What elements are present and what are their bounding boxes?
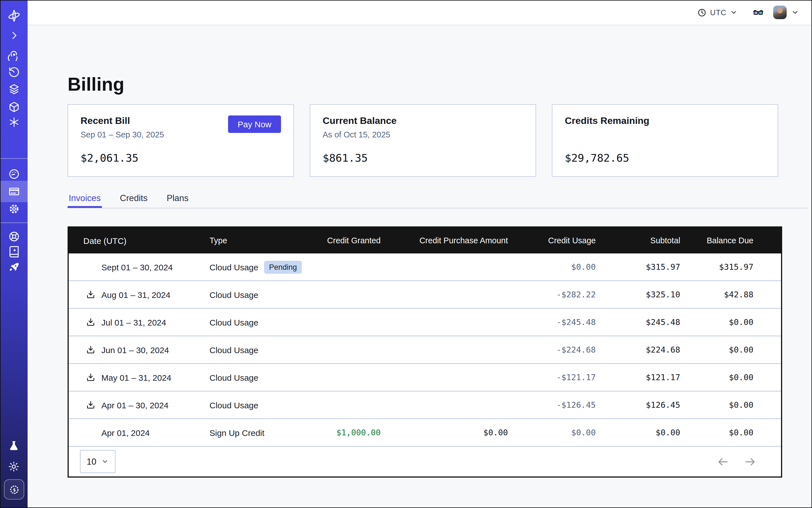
sidebar-item-labs-flask[interactable] [0,437,28,455]
tab-credits[interactable]: Credits [119,193,149,208]
card-title: Credits Remaining [565,116,649,127]
timezone-dropdown[interactable]: UTC [697,8,738,17]
invoice-type: Cloud Usage [210,318,258,327]
invoice-date: Apr 01 – 30, 2024 [101,400,169,410]
billing-tabs: Invoices Credits Plans [68,193,808,208]
balance-due-value: $0.00 [680,318,754,327]
tab-plans[interactable]: Plans [166,193,190,208]
card-subtitle: As of Oct 15, 2025 [323,130,390,139]
next-page-button[interactable] [744,455,756,468]
3d-glasses-icon[interactable] [752,6,764,18]
account-menu-chevron-icon[interactable] [791,8,799,16]
invoice-date: Aug 01 – 31, 2024 [101,290,170,299]
invoice-date: Jul 01 – 31, 2024 [101,318,166,327]
timezone-label: UTC [710,8,726,16]
invoices-table: Date (UTC) Type Credit Granted Credit Pu… [68,226,782,477]
credit-usage-value: -$121.17 [508,373,596,382]
invoice-type: Sign Up Credit [210,428,264,437]
column-header-credit-usage: Credit Usage [508,236,596,245]
table-row: Sept 01 – 30, 2024 Cloud UsagePending $0… [69,253,781,281]
clock-icon [697,8,707,17]
balance-due-value: $0.00 [680,400,754,410]
table-row: Apr 01 – 30, 2024 Cloud Usage -$126.45 $… [69,391,781,418]
table-header: Date (UTC) Type Credit Granted Credit Pu… [69,227,781,253]
card-subtitle: Sep 01 – Sep 30, 2025 [81,130,164,139]
column-header-subtotal: Subtotal [596,236,680,245]
sidebar-divider [0,158,28,159]
column-header-credit-purchase: Credit Purchase Amount [381,236,508,245]
credit-usage-value: $0.00 [508,262,596,271]
sidebar-item-docs-book[interactable] [0,243,28,261]
subtotal-value: $0.00 [596,428,680,437]
sidebar-item-billing[interactable] [0,182,28,201]
invoice-type: Cloud Usage [210,373,258,382]
credit-purchase-value: $0.00 [381,428,508,437]
invoice-type: Cloud Usage [210,262,258,272]
invoice-date: May 01 – 31, 2024 [101,373,171,382]
column-header-credit-granted: Credit Granted [316,236,381,245]
sidebar-divider [0,222,28,223]
credit-usage-value: -$224.68 [508,345,596,354]
sidebar-item-observability[interactable] [0,46,28,64]
user-avatar[interactable] [773,6,787,19]
summary-cards: Recent Bill Sep 01 – Sep 30, 2025 $2,061… [68,104,778,177]
invoice-type: Cloud Usage [210,290,258,299]
subtotal-value: $245.48 [596,318,680,327]
sidebar-item-history-timer[interactable] [0,63,28,81]
subtotal-value: $121.17 [596,373,680,382]
page-title: Billing [68,73,124,96]
sidebar-item-usage-gauge[interactable] [0,165,28,183]
download-invoice-icon[interactable] [86,373,95,382]
column-header-type: Type [210,236,316,245]
sidebar-item-theme-sun[interactable] [0,457,28,475]
invoice-type: Cloud Usage [210,345,258,354]
credit-usage-value: -$245.48 [508,318,596,327]
column-header-date: Date (UTC) [69,236,210,245]
subtotal-value: $325.10 [596,290,680,299]
invoice-date: Apr 01, 2024 [101,428,150,437]
subtotal-value: $224.68 [596,345,680,354]
card-amount: $2,061.35 [81,152,138,164]
download-invoice-icon[interactable] [86,290,95,299]
table-row: Apr 01, 2024 Sign Up Credit $1,000.00 $0… [69,418,781,446]
tab-invoices[interactable]: Invoices [68,193,102,208]
sidebar: $ [0,0,28,508]
download-invoice-icon[interactable] [86,318,95,327]
svg-text:$: $ [13,487,15,492]
credit-usage-value: -$282.22 [508,290,596,299]
logo-orbit-icon [0,7,28,25]
table-row: Jul 01 – 31, 2024 Cloud Usage -$245.48 $… [69,308,781,336]
table-row: May 01 – 31, 2024 Cloud Usage -$121.17 $… [69,363,781,391]
download-invoice-icon[interactable] [86,345,95,354]
invoice-date: Sept 01 – 30, 2024 [101,262,173,272]
card-title: Current Balance [323,116,397,127]
prev-page-button[interactable] [717,455,729,468]
sidebar-item-layers[interactable] [0,80,28,98]
table-row: Jun 01 – 30, 2024 Cloud Usage -$224.68 $… [69,336,781,363]
sidebar-item-rocket[interactable] [0,258,28,277]
sidebar-item-credits-badge[interactable]: $ [4,479,24,500]
subtotal-value: $126.45 [596,400,680,410]
pay-now-button[interactable]: Pay Now [228,116,281,133]
page-size-value: 10 [87,457,96,467]
current-balance-card: Current Balance As of Oct 15, 2025 $861.… [310,104,536,177]
pagination-controls [717,455,756,468]
sidebar-collapse-chevron-icon[interactable] [0,27,28,44]
balance-due-value: $42.88 [680,290,754,299]
page-size-select[interactable]: 10 [80,450,116,473]
credit-granted-value: $1,000.00 [316,428,381,437]
invoice-type: Cloud Usage [210,400,258,410]
table-row: Aug 01 – 31, 2024 Cloud Usage -$282.22 $… [69,281,781,308]
balance-due-value: $0.00 [680,373,754,382]
invoice-date: Jun 01 – 30, 2024 [101,345,169,354]
sidebar-item-settings[interactable] [0,200,28,218]
chevron-down-icon [730,8,738,16]
main-content: Billing Recent Bill Sep 01 – Sep 30, 202… [28,26,812,508]
sidebar-item-asterisk[interactable] [0,113,28,131]
topbar: UTC [28,0,812,25]
recent-bill-card: Recent Bill Sep 01 – Sep 30, 2025 $2,061… [68,104,294,177]
credit-usage-value: $0.00 [508,428,596,437]
column-header-balance-due: Balance Due [680,236,754,245]
download-invoice-icon[interactable] [86,400,95,410]
balance-due-value: $0.00 [680,428,754,437]
